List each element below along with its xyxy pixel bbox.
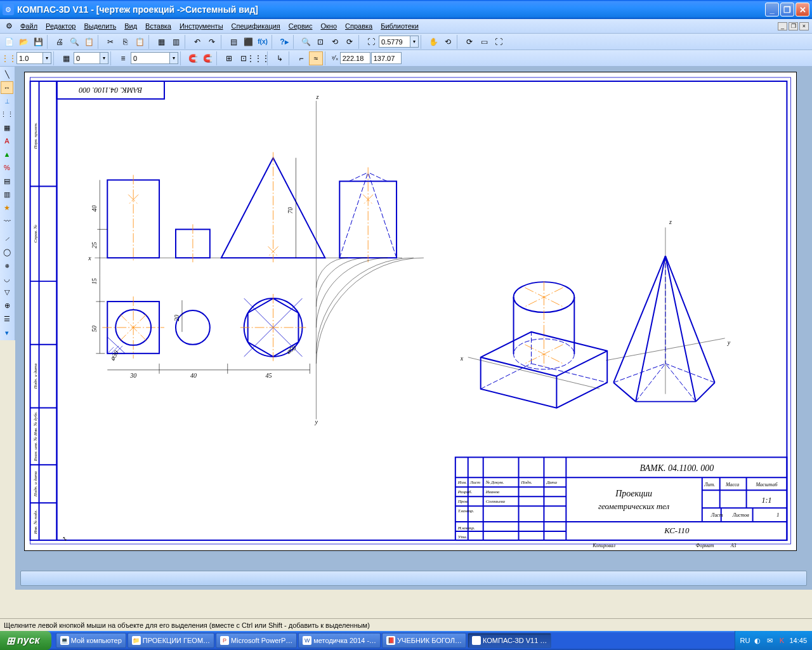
menu-lib[interactable]: Библиотеки	[377, 20, 422, 32]
task-my-computer[interactable]: 💻Мой компьютер	[56, 633, 126, 648]
help-icon[interactable]: ?▸	[277, 35, 291, 49]
spec-icon[interactable]: ▤	[1, 175, 13, 187]
dimensions-icon[interactable]: ↔	[1, 81, 13, 94]
menu-select[interactable]: Выделить	[80, 20, 120, 32]
task-word[interactable]: Wметодичка 2014 -…	[298, 633, 381, 648]
edit-icon[interactable]: ⋮⋮	[1, 108, 13, 121]
spline-icon[interactable]: 〰	[1, 215, 13, 227]
zoom-window-icon[interactable]: ⊡	[313, 35, 327, 49]
circle-icon[interactable]: ◯	[1, 246, 13, 258]
reports-icon[interactable]: ▥	[1, 188, 13, 201]
state-value[interactable]	[74, 52, 100, 64]
layer-input[interactable]: ▾	[131, 52, 178, 64]
task-kompas[interactable]: ⚙КОМПАС-3D V11 …	[468, 633, 551, 648]
new-icon[interactable]: 📄	[2, 35, 16, 49]
property-bar[interactable]	[20, 571, 807, 586]
insert-icon[interactable]: ★	[1, 201, 13, 214]
open-icon[interactable]: 📂	[16, 35, 30, 49]
arrange-icon[interactable]: ▽	[1, 286, 13, 298]
doc-tree-icon[interactable]: ▥	[169, 35, 183, 49]
grid-icon[interactable]: ⊞	[222, 51, 236, 65]
menu-tools[interactable]: Инструменты	[176, 20, 227, 32]
coord-x-input[interactable]	[340, 52, 370, 64]
menu-view[interactable]: Вид	[121, 20, 141, 32]
zoom-dropdown-icon[interactable]: ▾	[410, 36, 419, 48]
tray-shield-icon[interactable]: K	[777, 636, 786, 645]
zoom-next-icon[interactable]: ⟳	[343, 35, 357, 49]
geometry-icon[interactable]: ╲	[1, 68, 13, 81]
annotations-icon[interactable]: ⟂	[1, 95, 13, 107]
lcs-icon[interactable]: ↳	[273, 51, 287, 65]
aux-line-icon[interactable]: ⟋	[1, 232, 13, 245]
state-dropdown-icon[interactable]: ▾	[100, 52, 108, 64]
round-icon[interactable]: ≈	[309, 51, 323, 65]
snap-off-icon[interactable]: 🧲	[200, 51, 214, 65]
minimize-button[interactable]: _	[765, 3, 779, 17]
tools-icon[interactable]: ☰	[1, 312, 13, 325]
zoom-prev-icon[interactable]: ⟲	[328, 35, 342, 49]
aux-point-icon[interactable]: ⊕	[1, 299, 13, 312]
view-state-icon[interactable]: ▦	[59, 51, 73, 65]
undo-icon[interactable]: ↶	[190, 35, 204, 49]
pan-icon[interactable]: ✋	[426, 35, 440, 49]
zoom-fit-icon[interactable]: ⛶	[364, 35, 378, 49]
snap-on-icon[interactable]: 🧲	[186, 51, 200, 65]
zoom-in-icon[interactable]: 🔍	[299, 35, 313, 49]
grid-snap-icon[interactable]: ⋮⋮	[2, 51, 16, 65]
variables-icon[interactable]: ▤	[226, 35, 240, 49]
scroll-down-icon[interactable]: ▾	[1, 326, 13, 339]
menu-service[interactable]: Сервис	[285, 20, 317, 32]
coord-y-input[interactable]	[371, 52, 402, 64]
window-icon[interactable]: ▭	[477, 35, 491, 49]
tray-network-icon[interactable]: ◐	[753, 636, 762, 645]
text-tool-icon[interactable]: A	[1, 135, 13, 147]
menu-window[interactable]: Окно	[317, 20, 341, 32]
redo-icon[interactable]: ↷	[205, 35, 219, 49]
close-button[interactable]: ✕	[796, 3, 809, 17]
system-tray[interactable]: RU ◐ ✉ K 14:45	[735, 631, 812, 650]
print-icon[interactable]: 🖨	[53, 35, 67, 49]
step-value[interactable]	[16, 52, 43, 64]
mdi-minimize-button[interactable]: _	[778, 22, 787, 30]
rotate-icon[interactable]: ⟲	[441, 35, 455, 49]
grid3-icon[interactable]: ⋮⋮⋮	[251, 51, 265, 65]
mdi-restore-button[interactable]: ❐	[789, 22, 798, 30]
menu-spec[interactable]: Спецификация	[228, 20, 284, 32]
props-icon[interactable]: 📋	[82, 35, 96, 49]
tray-message-icon[interactable]: ✉	[765, 636, 774, 645]
doc-manager-icon[interactable]: ▦	[154, 35, 168, 49]
library-icon[interactable]: ⬛	[241, 35, 255, 49]
start-button[interactable]: ⊞пуск	[0, 631, 51, 650]
params-icon[interactable]: ▦	[1, 121, 13, 134]
layer-icon[interactable]: ≡	[116, 51, 130, 65]
arc-dim-icon[interactable]: ◡	[1, 272, 13, 285]
clock[interactable]: 14:45	[789, 637, 807, 644]
layer-dropdown-icon[interactable]: ▾	[170, 52, 178, 64]
bezier-icon[interactable]: ⎈	[1, 259, 13, 272]
step-input[interactable]: ▾	[16, 52, 51, 64]
redraw-icon[interactable]: ⟳	[462, 35, 476, 49]
lang-indicator[interactable]: RU	[740, 637, 750, 644]
menu-help[interactable]: Справка	[341, 20, 376, 32]
menu-file[interactable]: Файл	[16, 20, 41, 32]
ortho-icon[interactable]: ⌐	[294, 51, 308, 65]
zoom-input[interactable]: ▾	[379, 36, 419, 48]
layer-value[interactable]	[131, 52, 170, 64]
drawing-sheet[interactable]: ВАМК. 04.1100. 000 Перв. примен. Справ. …	[24, 72, 797, 551]
task-folder[interactable]: 📁ПРОЕКЦИИ ГЕОМ…	[128, 633, 214, 648]
state-input[interactable]: ▾	[74, 52, 108, 64]
canvas-area[interactable]: ВАМК. 04.1100. 000 Перв. примен. Справ. …	[15, 67, 812, 567]
zoom-value[interactable]	[379, 36, 410, 48]
maximize-button[interactable]: ❐	[780, 3, 794, 17]
copy-icon[interactable]: ⎘	[118, 35, 132, 49]
paste-icon[interactable]: 📋	[133, 35, 147, 49]
cut-icon[interactable]: ✂	[103, 35, 117, 49]
app-menu-icon[interactable]: ⚙	[2, 19, 16, 33]
measure-icon[interactable]: ▲	[1, 148, 13, 161]
menu-insert[interactable]: Вставка	[141, 20, 175, 32]
mdi-close-button[interactable]: ×	[799, 22, 809, 30]
save-icon[interactable]: 💾	[31, 35, 45, 49]
step-dropdown-icon[interactable]: ▾	[43, 52, 51, 64]
select-tool-icon[interactable]: %	[1, 161, 13, 174]
menu-edit[interactable]: Редактор	[42, 20, 79, 32]
